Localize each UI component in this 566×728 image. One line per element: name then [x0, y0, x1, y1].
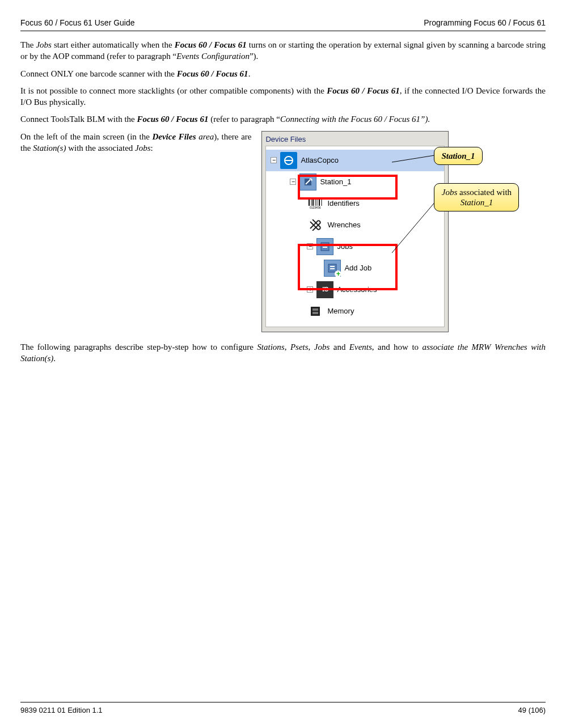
panel-title: Device Files	[262, 135, 448, 143]
tree-root-label: AtlasCopco	[301, 156, 338, 164]
collapse-icon[interactable]: −	[271, 157, 277, 163]
device-files-screenshot: Device Files − AtlasCopco −	[261, 131, 449, 332]
station-icon	[299, 173, 316, 191]
memory-icon	[307, 303, 324, 320]
add-job-icon: +	[324, 260, 341, 277]
tree-identifiers[interactable]: 0123456 Identifiers	[266, 193, 444, 214]
paragraph-6: The following paragraphs describe step-b…	[20, 341, 546, 365]
tree-accessories-label: Accessories	[337, 285, 377, 294]
header-divider	[20, 31, 546, 31]
tree-jobs[interactable]: − Jobs	[266, 236, 444, 257]
svg-rect-12	[323, 247, 327, 248]
svg-rect-14	[330, 266, 335, 267]
paragraph-3: It is not possible to connect more stack…	[20, 85, 546, 108]
paragraph-4: Connect ToolsTalk BLM with the Focus 60 …	[20, 113, 546, 125]
header-left: Focus 60 / Focus 61 User Guide	[20, 18, 135, 27]
barcode-icon: 0123456	[307, 195, 324, 212]
svg-rect-11	[323, 244, 327, 246]
svg-rect-18	[312, 312, 318, 314]
svg-text:0123456: 0123456	[310, 206, 321, 209]
collapse-icon[interactable]: −	[307, 243, 313, 249]
tree-add-job-label: Add Job	[344, 264, 371, 272]
expand-icon[interactable]: +	[307, 286, 313, 293]
page-footer: 9839 0211 01 Edition 1.1 49 (106)	[20, 702, 546, 714]
paragraph-2: Connect ONLY one barcode scanner with th…	[20, 68, 546, 79]
page-header: Focus 60 / Focus 61 User Guide Programmi…	[20, 18, 546, 27]
footer-right: 49 (106)	[518, 706, 546, 714]
tree-memory[interactable]: Memory	[266, 300, 444, 322]
tree-memory-label: Memory	[327, 307, 354, 315]
tree-station-1[interactable]: − Station_1	[266, 171, 444, 193]
wrench-icon	[307, 217, 324, 234]
tree-wrenches[interactable]: Wrenches	[266, 214, 444, 236]
svg-rect-17	[312, 308, 318, 311]
tree-jobs-label: Jobs	[337, 242, 352, 251]
jobs-icon	[316, 238, 333, 255]
plus-badge-icon: +	[335, 270, 341, 277]
tree-view: − AtlasCopco − Station_1	[265, 146, 445, 327]
text-and-screenshot-row: On the left of the main screen (in the D…	[20, 131, 546, 332]
header-right: Programming Focus 60 / Focus 61	[424, 18, 546, 27]
callout-jobs-associated: Jobs associated with Station_1	[434, 183, 519, 211]
tree-add-job[interactable]: + Add Job	[266, 257, 444, 279]
tree-identifiers-label: Identifiers	[327, 199, 359, 208]
tree-root-atlascopco[interactable]: − AtlasCopco	[266, 150, 444, 171]
tree-wrenches-label: Wrenches	[327, 221, 360, 229]
screenshot-column: Device Files − AtlasCopco −	[261, 131, 546, 332]
paragraph-5: On the left of the main screen (in the D…	[20, 131, 251, 154]
svg-rect-16	[311, 307, 320, 316]
paragraph-1: The Jobs start either automatically when…	[20, 39, 546, 62]
tree-station-label: Station_1	[320, 177, 351, 186]
collapse-icon[interactable]: −	[290, 179, 296, 185]
atlascopco-logo-icon	[280, 152, 297, 169]
footer-left: 9839 0211 01 Edition 1.1	[20, 706, 103, 714]
tree-accessories[interactable]: + I/O Accessories	[266, 279, 444, 300]
svg-rect-15	[330, 268, 335, 269]
callout-station-1: Station_1	[434, 147, 482, 165]
io-icon: I/O	[316, 281, 333, 298]
footer-divider	[20, 702, 546, 702]
